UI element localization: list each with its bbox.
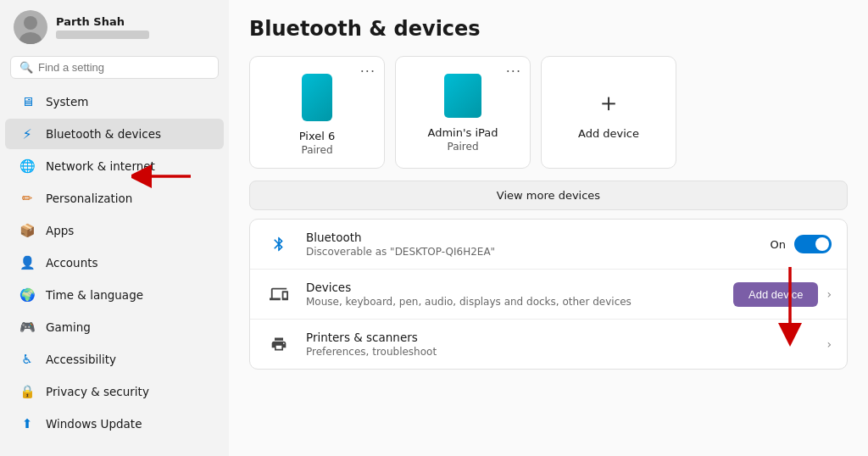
bluetooth-row-title: Bluetooth [306, 231, 757, 244]
card-menu-pixel6[interactable]: ··· [360, 64, 376, 80]
devices-row[interactable]: Devices Mouse, keyboard, pen, audio, dis… [250, 270, 847, 320]
nav-label-time: Time & language [46, 288, 143, 302]
device-card-pixel6[interactable]: ··· Pixel 6 Paired [249, 56, 385, 169]
nav-item-privacy[interactable]: 🔒 Privacy & security [5, 376, 224, 407]
nav-label-apps: Apps [46, 224, 74, 237]
nav-label-personalization: Personalization [46, 192, 132, 205]
windows-update-icon: ⬆ [19, 415, 36, 432]
nav-item-accessibility[interactable]: ♿ Accessibility [5, 344, 224, 375]
device-name-ipad: Admin's iPad [428, 126, 498, 139]
printers-row-title: Printers & scanners [306, 331, 813, 344]
devices-row-chevron: › [826, 287, 832, 301]
tablet-icon-ipad [444, 74, 481, 118]
nav-label-bluetooth: Bluetooth & devices [46, 127, 161, 141]
nav-item-gaming[interactable]: 🎮 Gaming [5, 312, 224, 342]
card-menu-ipad[interactable]: ··· [506, 64, 521, 80]
device-cards: ··· Pixel 6 Paired ··· Admin's iPad Pair… [249, 56, 848, 169]
avatar [14, 10, 47, 44]
bluetooth-toggle[interactable] [794, 235, 832, 253]
bluetooth-row-action: On [771, 235, 832, 253]
nav-item-apps[interactable]: 📦 Apps [5, 215, 224, 246]
privacy-icon: 🔒 [19, 383, 36, 400]
accessibility-icon: ♿ [19, 351, 36, 368]
view-more-label: View more devices [497, 189, 600, 202]
bluetooth-icon: ⚡ [19, 125, 36, 142]
bluetooth-row-icon [265, 231, 292, 258]
search-icon: 🔍 [19, 61, 33, 74]
add-device-card-label: Add device [578, 127, 639, 140]
devices-row-icon [265, 281, 292, 308]
personalization-icon: ✏️ [19, 190, 36, 207]
device-name-pixel6: Pixel 6 [299, 130, 335, 142]
nav-label-privacy: Privacy & security [46, 385, 149, 398]
nav-label-accessibility: Accessibility [46, 353, 116, 366]
nav-item-network[interactable]: 🌐 Network & internet [5, 151, 224, 181]
devices-row-text: Devices Mouse, keyboard, pen, audio, dis… [306, 281, 720, 308]
apps-icon: 📦 [19, 222, 36, 239]
plus-icon: ＋ [596, 86, 621, 120]
main-content: Bluetooth & devices ··· Pixel 6 Paired ·… [229, 0, 868, 456]
system-icon: 🖥 [19, 93, 36, 110]
user-name: Parth Shah [56, 15, 149, 28]
device-status-pixel6: Paired [301, 144, 332, 156]
nav-item-accounts[interactable]: 👤 Accounts [5, 247, 224, 278]
devices-row-action: Add device › [733, 282, 832, 307]
bluetooth-row-subtitle: Discoverable as "DESKTOP-QI6H2EA" [306, 246, 757, 258]
device-status-ipad: Paired [447, 141, 478, 153]
svg-point-1 [24, 16, 37, 30]
user-email-bar [56, 31, 149, 39]
printers-row-chevron: › [826, 337, 832, 351]
devices-row-subtitle: Mouse, keyboard, pen, audio, displays an… [306, 296, 720, 308]
nav-item-time[interactable]: 🌍 Time & language [5, 280, 224, 310]
nav-item-personalization[interactable]: ✏️ Personalization [5, 183, 224, 214]
page-title: Bluetooth & devices [249, 17, 848, 41]
nav-item-windows-update[interactable]: ⬆ Windows Update [5, 409, 224, 439]
printers-row-icon [265, 331, 292, 358]
search-input[interactable] [38, 61, 209, 74]
phone-icon-pixel6 [302, 74, 332, 121]
nav-label-windows-update: Windows Update [46, 417, 142, 431]
nav-label-network: Network & internet [46, 159, 155, 173]
nav-item-system[interactable]: 🖥 System [5, 86, 224, 117]
devices-row-title: Devices [306, 281, 720, 294]
device-card-ipad[interactable]: ··· Admin's iPad Paired [395, 56, 531, 169]
nav-label-gaming: Gaming [46, 320, 91, 334]
settings-section: Bluetooth Discoverable as "DESKTOP-QI6H2… [249, 219, 848, 370]
user-info: Parth Shah [56, 15, 149, 39]
toggle-on-label: On [771, 238, 786, 251]
printers-row-subtitle: Preferences, troubleshoot [306, 346, 813, 358]
time-icon: 🌍 [19, 286, 36, 303]
printers-row-action: › [826, 337, 832, 351]
bluetooth-row-text: Bluetooth Discoverable as "DESKTOP-QI6H2… [306, 231, 757, 258]
nav-label-system: System [46, 95, 88, 108]
printers-row[interactable]: Printers & scanners Preferences, trouble… [250, 320, 847, 369]
accounts-icon: 👤 [19, 254, 36, 271]
sidebar: Parth Shah 🔍 🖥 System ⚡ Bluetooth & devi… [0, 0, 229, 456]
network-icon: 🌐 [19, 158, 36, 175]
gaming-icon: 🎮 [19, 319, 36, 336]
printers-row-text: Printers & scanners Preferences, trouble… [306, 331, 813, 358]
nav-item-bluetooth[interactable]: ⚡ Bluetooth & devices [5, 119, 224, 149]
nav-label-accounts: Accounts [46, 256, 98, 270]
search-box[interactable]: 🔍 [10, 56, 219, 79]
user-profile[interactable]: Parth Shah [0, 0, 229, 53]
bluetooth-row[interactable]: Bluetooth Discoverable as "DESKTOP-QI6H2… [250, 220, 847, 270]
add-device-card[interactable]: ＋ Add device [541, 56, 676, 169]
view-more-bar[interactable]: View more devices [249, 181, 848, 210]
add-device-button[interactable]: Add device [733, 282, 818, 307]
